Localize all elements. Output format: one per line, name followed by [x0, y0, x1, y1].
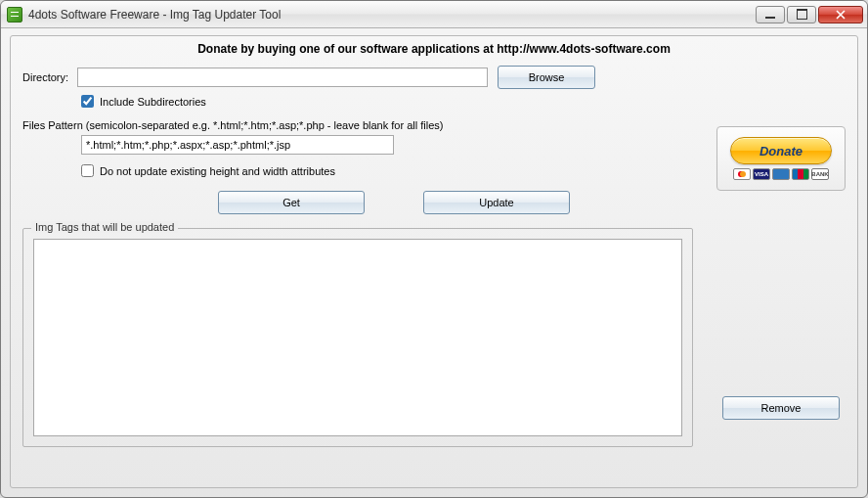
include-subdirs-label: Include Subdirectories [100, 96, 206, 108]
visa-icon: VISA [753, 168, 770, 180]
include-subdirs-row: Include Subdirectories [81, 95, 846, 108]
directory-input[interactable] [77, 68, 488, 87]
imgtags-group: Img Tags that will be updated [22, 228, 693, 447]
app-icon [7, 7, 22, 23]
maximize-button[interactable] [787, 6, 816, 23]
donate-header: Donate by buying one of our software app… [22, 42, 846, 56]
dont-update-checkbox[interactable] [81, 164, 94, 177]
action-row: Get Update [218, 191, 846, 214]
donate-panel: Donate VISA BANK [716, 126, 846, 191]
payment-cards: VISA BANK [733, 168, 829, 180]
main-panel: Donate by buying one of our software app… [10, 35, 858, 488]
dont-update-label: Do not update existing height and width … [100, 165, 335, 177]
remove-wrap: Remove [722, 396, 840, 420]
amex-icon [772, 168, 790, 180]
files-pattern-input[interactable] [81, 135, 394, 155]
remove-button[interactable]: Remove [722, 396, 840, 420]
imgtags-legend: Img Tags that will be updated [31, 221, 178, 233]
directory-label: Directory: [22, 71, 77, 83]
close-icon [836, 10, 846, 20]
minimize-button[interactable] [756, 6, 785, 23]
client-area: Donate by buying one of our software app… [1, 28, 867, 497]
close-button[interactable] [818, 6, 863, 23]
app-window: 4dots Software Freeware - Img Tag Update… [0, 0, 868, 498]
titlebar[interactable]: 4dots Software Freeware - Img Tag Update… [1, 1, 867, 28]
update-button[interactable]: Update [423, 191, 570, 214]
browse-button[interactable]: Browse [498, 66, 595, 89]
get-button[interactable]: Get [218, 191, 365, 214]
donate-button[interactable]: Donate [730, 137, 832, 164]
jcb-icon [792, 168, 809, 180]
window-title: 4dots Software Freeware - Img Tag Update… [28, 8, 281, 22]
mastercard-icon [733, 168, 751, 180]
bank-icon: BANK [811, 168, 829, 180]
imgtags-listbox[interactable] [33, 239, 682, 436]
directory-row: Directory: Browse [22, 66, 846, 89]
include-subdirs-checkbox[interactable] [81, 95, 94, 108]
